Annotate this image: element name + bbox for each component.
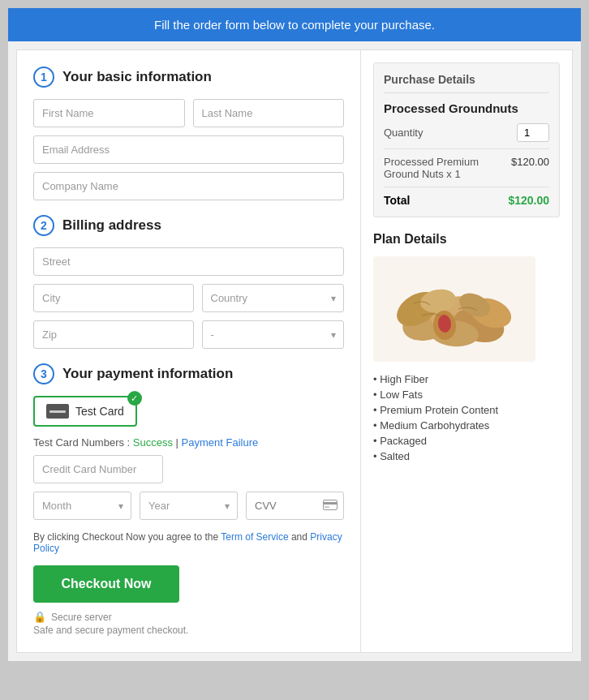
test-card-info: Test Card Numbers : Success | Payment Fa… (33, 436, 344, 449)
cc-number-input[interactable] (33, 455, 163, 483)
name-row (33, 99, 344, 127)
plan-details-title: Plan Details (373, 232, 560, 247)
month-select-wrapper: Month 010203 040506 070809 101112 (33, 492, 131, 520)
last-name-input[interactable] (193, 99, 345, 127)
plan-features-list: High FiberLow FatsPremium Protein Conten… (373, 371, 560, 464)
plan-feature-item: Medium Carbohydrates (373, 418, 560, 433)
card-label: Test Card (75, 405, 124, 418)
zip-state-row: - (33, 320, 344, 349)
company-row (33, 172, 344, 200)
email-row (33, 135, 344, 164)
year-select[interactable]: Year 202420252026 202720282029 (140, 492, 238, 520)
item-label: Processed Premium Ground Nuts x 1 (384, 156, 511, 180)
country-select-wrapper: Country (202, 284, 345, 312)
svg-rect-1 (323, 502, 337, 505)
peanut-image (373, 256, 535, 362)
lock-icon: 🔒 (33, 611, 46, 623)
check-badge-icon: ✓ (127, 391, 142, 406)
card-icon (46, 404, 69, 419)
section-basic-info: 1 Your basic information (33, 67, 344, 88)
country-select[interactable]: Country (202, 284, 345, 312)
zip-input[interactable] (33, 320, 194, 349)
section-title-billing: Billing address (62, 217, 161, 234)
section-payment: 3 Your payment information (33, 363, 344, 384)
item-price: $120.00 (511, 156, 549, 168)
state-select-wrapper: - (202, 320, 345, 349)
top-banner: Fill the order form below to complete yo… (8, 8, 581, 41)
safe-checkout-text: Safe and secure payment checkout. (33, 625, 344, 636)
section-number-1: 1 (33, 67, 54, 88)
purchase-details-title: Purchase Details (384, 73, 549, 93)
section-title-payment: Your payment information (62, 366, 233, 382)
total-row: Total $120.00 (384, 187, 549, 207)
plan-feature-item: Salted (373, 449, 560, 464)
secure-info: 🔒 Secure server (33, 611, 344, 623)
svg-rect-0 (324, 500, 337, 509)
company-input[interactable] (33, 172, 344, 200)
secure-server-label: Secure server (51, 612, 112, 623)
section-title-basic: Your basic information (62, 69, 212, 85)
street-row (33, 247, 344, 276)
section-number-2: 2 (33, 215, 54, 236)
first-name-input[interactable] (33, 99, 185, 127)
plan-details-section: Plan Details (373, 232, 560, 464)
total-price: $120.00 (508, 194, 549, 207)
state-select[interactable]: - (202, 320, 345, 349)
plan-feature-item: Packaged (373, 433, 560, 449)
month-year-cvv-row: Month 010203 040506 070809 101112 Year 2… (33, 492, 344, 520)
right-panel: Purchase Details Processed Groundnuts Qu… (361, 50, 572, 652)
city-country-row: Country (33, 284, 344, 312)
section-billing: 2 Billing address (33, 215, 344, 236)
plan-feature-item: Low Fats (373, 387, 560, 402)
quantity-label: Quantity (384, 127, 423, 139)
success-link[interactable]: Success (133, 436, 173, 449)
section-number-3: 3 (33, 363, 54, 384)
card-option[interactable]: Test Card ✓ (33, 396, 137, 427)
city-input[interactable] (33, 284, 194, 312)
banner-text: Fill the order form below to complete yo… (154, 18, 435, 32)
email-input[interactable] (33, 135, 344, 164)
item-price-row: Processed Premium Ground Nuts x 1 $120.0… (384, 148, 549, 187)
failure-link[interactable]: Payment Failure (182, 436, 259, 449)
street-input[interactable] (33, 247, 344, 276)
year-select-wrapper: Year 202420252026 202720282029 (140, 492, 238, 520)
cc-number-row (33, 455, 344, 483)
total-label: Total (384, 194, 410, 207)
purchase-details-box: Purchase Details Processed Groundnuts Qu… (373, 62, 560, 217)
cvv-card-icon (323, 500, 337, 513)
terms-text: By clicking Checkout Now you agree to th… (33, 531, 344, 554)
checkout-button[interactable]: Checkout Now (33, 565, 179, 603)
left-form-panel: 1 Your basic information 2 Billing addre… (17, 50, 361, 652)
quantity-input[interactable] (517, 123, 549, 142)
terms-link[interactable]: Term of Service (221, 531, 288, 543)
product-name: Processed Groundnuts (384, 101, 549, 115)
quantity-row: Quantity (384, 123, 549, 142)
svg-rect-2 (325, 506, 329, 508)
month-select[interactable]: Month 010203 040506 070809 101112 (33, 492, 131, 520)
plan-feature-item: High Fiber (373, 371, 560, 387)
cvv-wrapper (246, 492, 344, 520)
plan-feature-item: Premium Protein Content (373, 402, 560, 418)
